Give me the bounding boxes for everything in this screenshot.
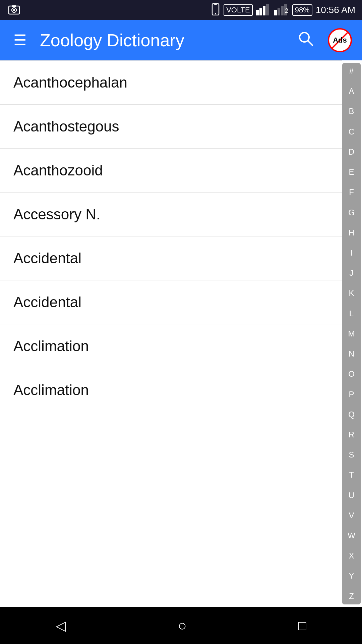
alpha-h[interactable]: H: [342, 228, 361, 237]
word-text: Acclimation: [13, 338, 89, 354]
volte-label: VOLTE: [224, 4, 253, 16]
battery-indicator: 98%: [292, 4, 312, 16]
list-item[interactable]: Acanthozooid: [0, 149, 342, 193]
alpha-q[interactable]: Q: [342, 410, 361, 419]
battery-text: 98%: [295, 6, 310, 14]
alpha-#[interactable]: #: [342, 66, 361, 76]
word-text: Acanthozooid: [13, 162, 103, 178]
alpha-d[interactable]: D: [342, 147, 361, 157]
svg-line-17: [308, 41, 312, 45]
word-text: Accessory N.: [13, 206, 100, 222]
app-bar: ☰ Zoology Dictionary Ads: [0, 20, 362, 60]
svg-text:2: 2: [285, 7, 288, 14]
alpha-g[interactable]: G: [342, 208, 361, 217]
word-text: Accidental: [13, 250, 81, 266]
alpha-k[interactable]: K: [342, 288, 361, 298]
alpha-t[interactable]: T: [342, 470, 361, 480]
alpha-c[interactable]: C: [342, 127, 361, 137]
signal2-icon: 2: [274, 3, 289, 17]
word-list[interactable]: AcanthocephalanAcanthostegousAcanthozooi…: [0, 60, 342, 607]
signal-icon: [256, 3, 271, 17]
word-text: Acanthostegous: [13, 118, 119, 135]
alpha-m[interactable]: M: [342, 329, 361, 338]
svg-rect-11: [274, 10, 277, 15]
list-item[interactable]: Acclimation: [0, 324, 342, 368]
back-button[interactable]: ◁: [46, 614, 76, 637]
ads-block-icon[interactable]: Ads: [328, 28, 352, 52]
svg-point-6: [215, 13, 216, 14]
phone-icon: [211, 3, 220, 17]
list-item[interactable]: Acanthocephalan: [0, 60, 342, 105]
list-item[interactable]: Accidental: [0, 236, 342, 280]
status-bar: VOLTE 2 98% 10:56 AM: [0, 0, 362, 20]
list-item[interactable]: Accessory N.: [0, 193, 342, 236]
alpha-u[interactable]: U: [342, 491, 361, 500]
recents-button[interactable]: □: [288, 615, 316, 637]
word-text: Accidental: [13, 294, 81, 310]
home-button[interactable]: ○: [168, 614, 197, 637]
list-item[interactable]: Acclimation: [0, 368, 342, 412]
alpha-i[interactable]: I: [342, 248, 361, 258]
svg-rect-5: [214, 4, 217, 5]
time-display: 10:56 AM: [316, 5, 355, 15]
alpha-b[interactable]: B: [342, 107, 361, 116]
menu-icon[interactable]: ☰: [10, 30, 30, 51]
svg-rect-7: [256, 10, 259, 15]
ads-text: Ads: [333, 36, 347, 45]
main-content: AcanthocephalanAcanthostegousAcanthozooi…: [0, 60, 362, 607]
status-left: [7, 3, 21, 17]
svg-rect-13: [281, 6, 284, 15]
search-icon[interactable]: [294, 26, 318, 54]
svg-rect-3: [12, 5, 16, 7]
svg-rect-10: [266, 4, 269, 15]
alpha-s[interactable]: S: [342, 450, 361, 460]
nav-bar: ◁ ○ □: [0, 607, 362, 644]
list-item[interactable]: Acanthostegous: [0, 105, 342, 149]
svg-rect-9: [263, 6, 265, 15]
alpha-x[interactable]: X: [342, 551, 361, 560]
alpha-o[interactable]: O: [342, 369, 361, 379]
photo-icon: [7, 3, 21, 17]
alpha-p[interactable]: P: [342, 390, 361, 399]
alphabet-sidebar: #ABCDEFGHIJKLMNOPQRSTUVWXYZ: [342, 63, 361, 604]
alpha-y[interactable]: Y: [342, 571, 361, 581]
app-title: Zoology Dictionary: [40, 30, 284, 50]
svg-rect-12: [278, 8, 280, 15]
alpha-n[interactable]: N: [342, 349, 361, 359]
alpha-j[interactable]: J: [342, 268, 361, 278]
svg-point-2: [13, 9, 15, 11]
alpha-z[interactable]: Z: [342, 592, 361, 601]
alpha-a[interactable]: A: [342, 87, 361, 96]
alpha-l[interactable]: L: [342, 309, 361, 318]
word-text: Acclimation: [13, 382, 89, 398]
alpha-v[interactable]: V: [342, 511, 361, 520]
alpha-w[interactable]: W: [342, 531, 361, 540]
status-right: VOLTE 2 98% 10:56 AM: [211, 3, 355, 17]
alpha-e[interactable]: E: [342, 167, 361, 177]
word-text: Acanthocephalan: [13, 74, 127, 91]
alpha-f[interactable]: F: [342, 187, 361, 197]
svg-rect-8: [259, 8, 262, 15]
list-item[interactable]: Accidental: [0, 280, 342, 324]
alpha-r[interactable]: R: [342, 430, 361, 439]
